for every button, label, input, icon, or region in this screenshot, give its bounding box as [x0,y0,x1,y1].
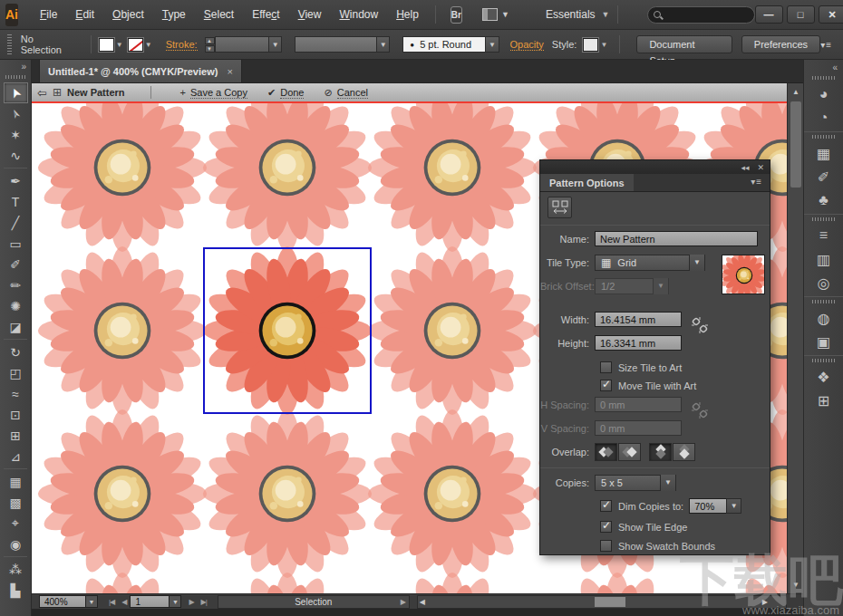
next-artboard-button[interactable]: ▶ [185,598,197,606]
line-segment-tool[interactable]: ╱ [4,212,28,233]
chevron-down-icon[interactable]: ▼ [726,498,741,514]
dim-percentage-field[interactable]: 70% [689,498,727,514]
pattern-options-tab[interactable]: Pattern Options [540,174,634,191]
blob-brush-tool[interactable]: ✺ [4,295,28,316]
rectangle-tool[interactable]: ▭ [4,233,28,254]
previous-artboard-button[interactable]: ◀ [118,598,130,606]
overlap-right-in-front-button[interactable] [618,443,641,461]
show-tile-edge-checkbox[interactable] [600,521,612,533]
horizontal-scrollbar[interactable]: ◀ ▶ [417,595,787,609]
minimize-button[interactable]: — [755,5,783,24]
status-display-field[interactable]: Selection ▶ [218,595,410,609]
gradient-panel-icon[interactable]: ▥ [806,247,842,271]
scroll-up-icon[interactable]: ▲ [789,85,803,99]
collapse-panel-icon[interactable]: ◂◂ [741,163,749,172]
pencil-tool[interactable]: ✏ [4,274,28,295]
menu-effect[interactable]: Effect [243,5,288,24]
arrange-documents-button[interactable]: ▼ [482,8,509,21]
width-input[interactable]: 16.4154 mm [595,312,682,327]
type-tool[interactable]: T [4,191,28,212]
graphic-styles-panel-icon[interactable]: ▣ [806,330,842,353]
shape-builder-tool[interactable]: ⊞ [4,425,28,446]
stroke-weight-stepper[interactable]: ▲▼ [205,37,215,53]
copies-dropdown[interactable]: 5 x 5 ▼ [595,475,676,491]
scroll-down-icon[interactable]: ▼ [789,578,803,592]
menu-help[interactable]: Help [387,5,428,24]
search-input[interactable] [665,9,749,20]
menu-object[interactable]: Object [103,5,153,24]
appearance-panel-icon[interactable]: ◍ [806,306,842,330]
color-guide-panel-icon[interactable]: ◔ [806,106,842,130]
move-tile-with-art-checkbox[interactable] [600,380,612,391]
bridge-button[interactable]: Br [451,6,462,24]
dim-copies-checkbox[interactable] [600,500,612,512]
scroll-right-icon[interactable]: ▶ [762,598,768,606]
help-search-box[interactable] [647,6,755,24]
stroke-weight-dropdown-button[interactable]: ▼ [268,36,282,53]
swatches-panel-icon[interactable]: ▦ [806,141,842,165]
pattern-name-input[interactable]: New Pattern [595,231,758,246]
control-bar-menu-icon[interactable]: ▾≡ [820,40,832,50]
exit-pattern-mode-icon[interactable]: ⇦ [37,86,47,100]
opacity-panel-link[interactable]: Opacity [510,39,544,51]
menu-select[interactable]: Select [195,5,243,24]
menu-file[interactable]: File [31,5,66,24]
direct-selection-tool[interactable]: ➢ [4,103,28,124]
blend-tool[interactable]: ◉ [4,534,28,554]
layers-panel-icon[interactable]: ❖ [806,365,842,389]
artboard-dropdown-button[interactable]: ▼ [169,595,181,608]
width-tool[interactable]: ≈ [4,383,28,404]
workspace-switcher[interactable]: Essentials ▼ [546,8,610,21]
vertical-scroll-thumb[interactable] [790,101,801,188]
pen-tool[interactable]: ✒ [4,170,28,191]
size-tile-to-art-checkbox[interactable] [600,361,612,373]
document-tab[interactable]: Untitled-1* @ 400% (CMYK/Preview) × [39,59,242,82]
overlap-left-in-front-button[interactable] [595,443,617,461]
symbols-panel-icon[interactable]: ♣ [806,188,842,212]
menu-type[interactable]: Type [153,5,195,24]
stroke-panel-icon[interactable]: ≡ [806,224,842,247]
fill-color-swatch[interactable] [99,38,114,52]
menu-window[interactable]: Window [330,5,387,24]
zoom-dropdown-button[interactable]: ▼ [85,595,98,608]
panel-grip[interactable] [812,217,835,221]
cancel-button[interactable]: ⊘ Cancel [324,87,367,99]
panel-grip[interactable] [812,359,835,362]
collapse-dock-icon[interactable]: « [804,60,843,73]
free-transform-tool[interactable]: ⊡ [4,404,28,425]
show-swatch-bounds-checkbox[interactable] [600,540,612,552]
eyedropper-tool[interactable]: ⌖ [4,513,28,534]
transparency-panel-icon[interactable]: ◎ [806,271,842,294]
expand-panel-icon[interactable]: » [0,60,31,73]
stroke-panel-link[interactable]: Stroke: [166,39,198,51]
maximize-button[interactable]: □ [787,5,815,24]
close-panel-icon[interactable]: ✕ [757,163,764,172]
pattern-tile-tool-button[interactable] [547,197,572,218]
eraser-tool[interactable]: ◪ [4,316,28,337]
stroke-color-swatch[interactable] [128,38,143,52]
artboards-panel-icon[interactable]: ⊞ [806,389,842,412]
link-dimensions-icon[interactable] [691,316,709,334]
tile-type-dropdown[interactable]: ▦ Grid ▼ [595,255,705,271]
panel-grip[interactable] [812,76,835,80]
menu-edit[interactable]: Edit [66,5,103,24]
paintbrush-tool[interactable]: ✐ [4,254,28,274]
close-button[interactable]: ✕ [819,5,843,24]
menu-view[interactable]: View [289,5,331,24]
brushes-panel-icon[interactable]: ✐ [806,165,842,188]
mesh-tool[interactable]: ▦ [4,471,28,492]
scale-tool[interactable]: ◰ [4,362,28,383]
lasso-tool[interactable]: ∿ [4,145,28,166]
horizontal-scroll-thumb[interactable] [595,597,625,607]
stroke-weight-field[interactable] [215,36,270,53]
vertical-scrollbar[interactable]: ▲ ▼ [787,83,803,593]
symbol-sprayer-tool[interactable]: ⁂ [4,559,28,580]
column-graph-tool[interactable]: ▙ [4,580,28,601]
color-panel-icon[interactable]: ◕ [806,82,842,106]
brush-definition-dropdown[interactable]: ● 5 pt. Round [402,36,486,53]
perspective-grid-tool[interactable]: ⊿ [4,446,28,467]
pattern-tile-edge[interactable] [203,247,372,414]
selection-tool[interactable]: ➤ [4,82,28,103]
overlap-top-in-front-button[interactable] [649,443,672,461]
document-setup-button[interactable]: Document Setup [636,35,732,53]
